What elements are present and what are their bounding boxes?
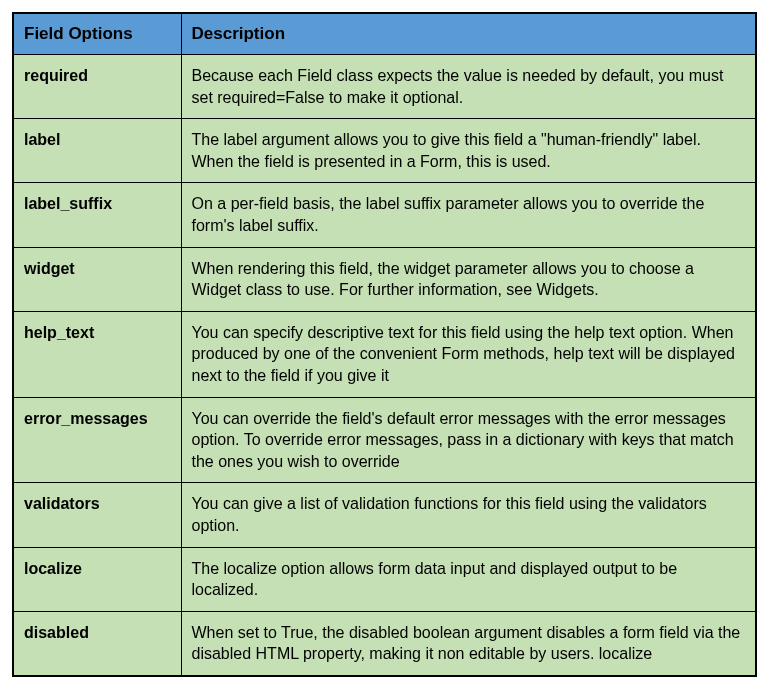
option-cell: help_text: [13, 311, 181, 397]
table-row: error_messages You can override the fiel…: [13, 397, 756, 483]
option-cell: required: [13, 55, 181, 119]
option-cell: widget: [13, 247, 181, 311]
header-description: Description: [181, 13, 756, 55]
description-cell: You can specify descriptive text for thi…: [181, 311, 756, 397]
table-row: widget When rendering this field, the wi…: [13, 247, 756, 311]
table-row: help_text You can specify descriptive te…: [13, 311, 756, 397]
description-cell: You can override the field's default err…: [181, 397, 756, 483]
table-header-row: Field Options Description: [13, 13, 756, 55]
description-cell: When rendering this field, the widget pa…: [181, 247, 756, 311]
table-row: label The label argument allows you to g…: [13, 119, 756, 183]
header-field-options: Field Options: [13, 13, 181, 55]
option-cell: localize: [13, 547, 181, 611]
option-cell: validators: [13, 483, 181, 547]
table-row: label_suffix On a per-field basis, the l…: [13, 183, 756, 247]
option-cell: error_messages: [13, 397, 181, 483]
description-cell: When set to True, the disabled boolean a…: [181, 611, 756, 676]
description-cell: On a per-field basis, the label suffix p…: [181, 183, 756, 247]
table-row: localize The localize option allows form…: [13, 547, 756, 611]
option-cell: disabled: [13, 611, 181, 676]
description-cell: The localize option allows form data inp…: [181, 547, 756, 611]
option-cell: label_suffix: [13, 183, 181, 247]
option-cell: label: [13, 119, 181, 183]
description-cell: Because each Field class expects the val…: [181, 55, 756, 119]
table-row: required Because each Field class expect…: [13, 55, 756, 119]
table-row: validators You can give a list of valida…: [13, 483, 756, 547]
description-cell: You can give a list of validation functi…: [181, 483, 756, 547]
table-row: disabled When set to True, the disabled …: [13, 611, 756, 676]
description-cell: The label argument allows you to give th…: [181, 119, 756, 183]
field-options-table: Field Options Description required Becau…: [12, 12, 757, 677]
